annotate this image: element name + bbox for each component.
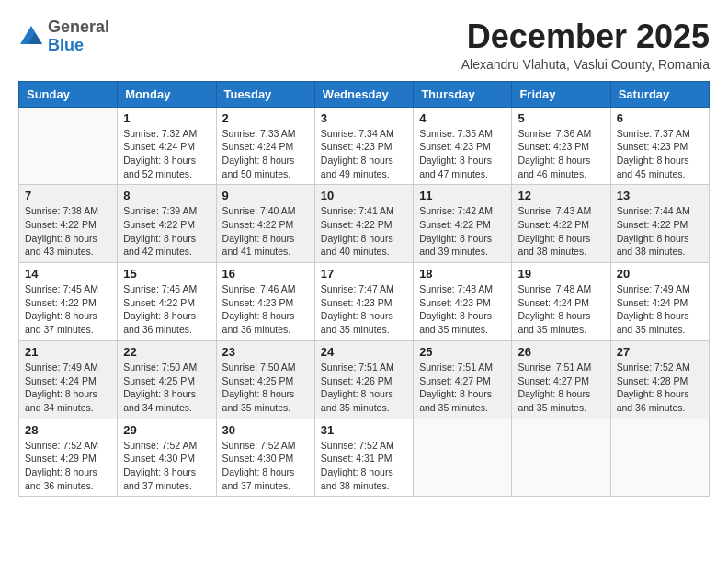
sunrise-text: Sunrise: 7:45 AM <box>25 282 111 296</box>
sunrise-text: Sunrise: 7:51 AM <box>321 361 407 374</box>
table-row: 12Sunrise: 7:43 AMSunset: 4:22 PMDayligh… <box>512 185 610 263</box>
table-row: 15Sunrise: 7:46 AMSunset: 4:22 PMDayligh… <box>118 263 216 341</box>
daylight-text: Daylight: 8 hours and 50 minutes. <box>222 154 309 180</box>
day-number: 22 <box>123 345 210 359</box>
table-row: 14Sunrise: 7:45 AMSunset: 4:22 PMDayligh… <box>19 263 118 341</box>
table-row: 27Sunrise: 7:52 AMSunset: 4:28 PMDayligh… <box>610 340 709 419</box>
daylight-text: Daylight: 8 hours and 35 minutes. <box>518 309 604 336</box>
sunrise-text: Sunrise: 7:39 AM <box>123 204 210 218</box>
table-row: 21Sunrise: 7:49 AMSunset: 4:24 PMDayligh… <box>19 340 118 419</box>
day-info: Sunrise: 7:48 AMSunset: 4:23 PMDaylight:… <box>419 282 506 337</box>
day-info: Sunrise: 7:52 AMSunset: 4:28 PMDaylight:… <box>617 361 703 415</box>
day-number: 12 <box>518 189 604 202</box>
sunrise-text: Sunrise: 7:33 AM <box>222 127 309 141</box>
col-thursday: Thursday <box>414 81 512 107</box>
table-row: 31Sunrise: 7:52 AMSunset: 4:31 PMDayligh… <box>314 419 413 497</box>
sunrise-text: Sunrise: 7:40 AM <box>222 204 309 218</box>
day-number: 24 <box>321 345 407 359</box>
daylight-text: Daylight: 8 hours and 37 minutes. <box>222 465 309 492</box>
day-info: Sunrise: 7:36 AMSunset: 4:23 PMDaylight:… <box>518 127 604 181</box>
day-info: Sunrise: 7:47 AMSunset: 4:23 PMDaylight:… <box>321 282 407 337</box>
sunset-text: Sunset: 4:23 PM <box>419 140 506 154</box>
day-number: 16 <box>222 267 309 281</box>
sunset-text: Sunset: 4:25 PM <box>222 374 309 388</box>
day-info: Sunrise: 7:42 AMSunset: 4:22 PMDaylight:… <box>419 204 506 259</box>
table-row: 30Sunrise: 7:52 AMSunset: 4:30 PMDayligh… <box>216 419 314 497</box>
sunset-text: Sunset: 4:31 PM <box>321 452 407 465</box>
daylight-text: Daylight: 8 hours and 36 minutes. <box>617 387 703 414</box>
table-row: 13Sunrise: 7:44 AMSunset: 4:22 PMDayligh… <box>610 185 709 263</box>
day-info: Sunrise: 7:49 AMSunset: 4:24 PMDaylight:… <box>617 282 703 337</box>
day-info: Sunrise: 7:52 AMSunset: 4:29 PMDaylight:… <box>25 439 111 493</box>
table-row: 11Sunrise: 7:42 AMSunset: 4:22 PMDayligh… <box>414 185 512 263</box>
day-info: Sunrise: 7:51 AMSunset: 4:27 PMDaylight:… <box>419 361 506 415</box>
daylight-text: Daylight: 8 hours and 38 minutes. <box>518 232 604 259</box>
day-number: 2 <box>222 111 309 125</box>
daylight-text: Daylight: 8 hours and 34 minutes. <box>123 387 210 414</box>
sunset-text: Sunset: 4:23 PM <box>321 296 407 310</box>
table-row: 22Sunrise: 7:50 AMSunset: 4:25 PMDayligh… <box>118 340 216 419</box>
table-row: 8Sunrise: 7:39 AMSunset: 4:22 PMDaylight… <box>118 185 216 263</box>
day-info: Sunrise: 7:50 AMSunset: 4:25 PMDaylight:… <box>222 361 309 415</box>
day-info: Sunrise: 7:52 AMSunset: 4:30 PMDaylight:… <box>123 439 210 493</box>
day-number: 8 <box>123 189 210 202</box>
logo-blue: Blue <box>48 37 109 55</box>
sunset-text: Sunset: 4:22 PM <box>123 296 210 310</box>
daylight-text: Daylight: 8 hours and 36 minutes. <box>222 309 309 336</box>
table-row <box>414 419 512 497</box>
day-number: 30 <box>222 423 309 437</box>
day-number: 21 <box>25 345 111 359</box>
day-number: 25 <box>419 345 506 359</box>
calendar-week-row: 1Sunrise: 7:32 AMSunset: 4:24 PMDaylight… <box>19 107 710 185</box>
day-number: 17 <box>321 267 407 281</box>
logo-icon <box>18 24 44 50</box>
day-number: 31 <box>321 423 407 437</box>
sunrise-text: Sunrise: 7:49 AM <box>617 282 703 296</box>
day-number: 15 <box>123 267 210 281</box>
table-row <box>610 419 709 497</box>
table-row: 5Sunrise: 7:36 AMSunset: 4:23 PMDaylight… <box>512 107 610 185</box>
table-row: 4Sunrise: 7:35 AMSunset: 4:23 PMDaylight… <box>414 107 512 185</box>
table-row: 16Sunrise: 7:46 AMSunset: 4:23 PMDayligh… <box>216 263 314 341</box>
day-number: 3 <box>321 111 407 125</box>
table-row: 1Sunrise: 7:32 AMSunset: 4:24 PMDaylight… <box>118 107 216 185</box>
day-info: Sunrise: 7:34 AMSunset: 4:23 PMDaylight:… <box>321 127 407 181</box>
col-wednesday: Wednesday <box>314 81 413 107</box>
table-row: 7Sunrise: 7:38 AMSunset: 4:22 PMDaylight… <box>19 185 118 263</box>
table-row: 25Sunrise: 7:51 AMSunset: 4:27 PMDayligh… <box>414 340 512 419</box>
sunrise-text: Sunrise: 7:43 AM <box>518 204 604 218</box>
col-monday: Monday <box>118 81 216 107</box>
calendar-week-row: 7Sunrise: 7:38 AMSunset: 4:22 PMDaylight… <box>19 185 710 263</box>
table-row: 28Sunrise: 7:52 AMSunset: 4:29 PMDayligh… <box>19 419 118 497</box>
daylight-text: Daylight: 8 hours and 35 minutes. <box>617 309 703 336</box>
daylight-text: Daylight: 8 hours and 37 minutes. <box>123 465 210 492</box>
logo: General Blue <box>18 18 109 55</box>
daylight-text: Daylight: 8 hours and 40 minutes. <box>321 232 407 259</box>
day-info: Sunrise: 7:49 AMSunset: 4:24 PMDaylight:… <box>25 361 111 415</box>
sunrise-text: Sunrise: 7:46 AM <box>222 282 309 296</box>
title-block: December 2025 Alexandru Vlahuta, Vaslui … <box>461 18 710 72</box>
sunset-text: Sunset: 4:30 PM <box>123 452 210 465</box>
sunrise-text: Sunrise: 7:38 AM <box>25 204 111 218</box>
table-row: 18Sunrise: 7:48 AMSunset: 4:23 PMDayligh… <box>414 263 512 341</box>
day-number: 23 <box>222 345 309 359</box>
table-row: 9Sunrise: 7:40 AMSunset: 4:22 PMDaylight… <box>216 185 314 263</box>
day-number: 10 <box>321 189 407 202</box>
sunset-text: Sunset: 4:22 PM <box>123 218 210 232</box>
sunrise-text: Sunrise: 7:41 AM <box>321 204 407 218</box>
sunset-text: Sunset: 4:30 PM <box>222 452 309 465</box>
sunrise-text: Sunrise: 7:48 AM <box>518 282 604 296</box>
daylight-text: Daylight: 8 hours and 39 minutes. <box>419 232 506 259</box>
day-info: Sunrise: 7:35 AMSunset: 4:23 PMDaylight:… <box>419 127 506 181</box>
sunset-text: Sunset: 4:22 PM <box>25 296 111 310</box>
sunrise-text: Sunrise: 7:47 AM <box>321 282 407 296</box>
sunrise-text: Sunrise: 7:52 AM <box>222 439 309 453</box>
sunrise-text: Sunrise: 7:52 AM <box>25 439 111 453</box>
table-row: 29Sunrise: 7:52 AMSunset: 4:30 PMDayligh… <box>118 419 216 497</box>
page-header: General Blue December 2025 Alexandru Vla… <box>18 18 710 72</box>
daylight-text: Daylight: 8 hours and 47 minutes. <box>419 154 506 180</box>
daylight-text: Daylight: 8 hours and 36 minutes. <box>123 309 210 336</box>
sunrise-text: Sunrise: 7:35 AM <box>419 127 506 141</box>
day-info: Sunrise: 7:46 AMSunset: 4:22 PMDaylight:… <box>123 282 210 337</box>
daylight-text: Daylight: 8 hours and 35 minutes. <box>518 387 604 414</box>
